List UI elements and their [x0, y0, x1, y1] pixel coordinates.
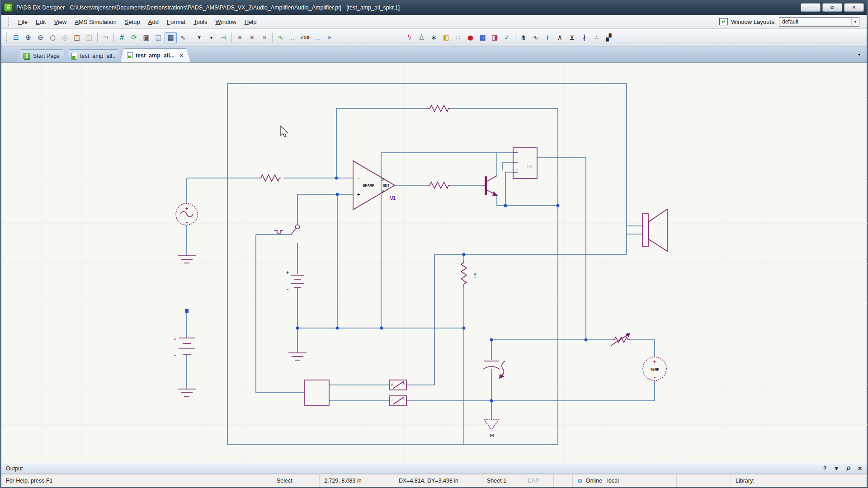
star-marker-icon[interactable]: ∗	[428, 32, 440, 43]
toolbar-separator	[97, 33, 98, 42]
toolbar-drag-handle[interactable]	[6, 33, 8, 42]
menu-view[interactable]: View	[50, 17, 71, 27]
battery-center-minus: -	[286, 286, 289, 292]
restore-button[interactable]: ⧉	[822, 3, 842, 12]
opamp-plus-pin: +	[357, 192, 360, 197]
menu-tools[interactable]: Tools	[189, 17, 211, 27]
menu-file[interactable]: File	[14, 17, 32, 27]
connector-box-label: TH1	[527, 165, 533, 169]
menu-setup[interactable]: Setup	[121, 17, 144, 27]
probe-wave-1-icon[interactable]: ≀	[542, 32, 554, 43]
add-connection-icon[interactable]: ⊣	[217, 32, 230, 43]
matrix-setup-icon[interactable]: ∷	[452, 32, 464, 43]
menu-help[interactable]: Help	[241, 17, 261, 27]
more-options-1-icon[interactable]: ‥	[287, 32, 299, 43]
window-layouts-label: Window Layouts:	[731, 19, 776, 25]
zoom-in-icon[interactable]: ⊕	[22, 32, 34, 43]
refresh-symbols-icon[interactable]: ⟳	[128, 32, 140, 43]
help-icon[interactable]: ?	[823, 465, 826, 472]
tab-test-amp-all-[interactable]: test_amp_all..	[65, 49, 122, 62]
resistor-attr-2-icon[interactable]: ℝ	[246, 32, 258, 43]
probe-current-icon[interactable]: ∿	[529, 32, 542, 43]
status-delta: DX=4.814, DY=3.498 in	[394, 474, 482, 487]
status-caps-indicator: CAP	[523, 474, 554, 487]
status-online: ⊕ Online - local	[573, 474, 677, 487]
waveform-viewer-icon[interactable]: ∿	[274, 32, 287, 43]
probe-cutter-icon[interactable]: ϟ	[403, 32, 415, 43]
package-window-icon[interactable]: ▣	[140, 32, 152, 43]
probe-wave-2-icon[interactable]: ⊼	[554, 32, 566, 43]
view-previous-icon[interactable]: ◰	[71, 32, 83, 43]
menu-edit[interactable]: Edit	[32, 17, 50, 27]
filter-dropdown-icon[interactable]: ▾	[205, 32, 217, 43]
battery-center-plus: +	[286, 270, 289, 275]
tab-list-dropdown-icon[interactable]: ▾	[858, 52, 860, 57]
main-toolbar: ⊡⊕⊖○◎◰◱¬#⟳▣◱▤⇖Y▾⊣ℝℝℝ∿‥√10‥»ϟΔ∗◧∷●▦◨✓⋔∿≀⊼…	[1, 29, 867, 47]
probe-pair-icon[interactable]: ∴	[590, 32, 603, 43]
menu-window[interactable]: Window	[211, 17, 240, 27]
dropdown-icon[interactable]: ▼	[834, 465, 839, 472]
window-title: PADS DX Designer - C:\Users\mjensen\Docu…	[16, 5, 400, 11]
diode-d-label: D	[392, 383, 394, 387]
window-layouts-value: default	[782, 19, 798, 25]
zoom-selection-icon[interactable]: ◎	[59, 32, 71, 43]
close-icon[interactable]: ✕	[858, 465, 862, 472]
tab-start-page[interactable]: 5Start Page	[17, 49, 66, 62]
chevron-down-icon[interactable]: ▼	[851, 18, 859, 26]
gain-markers-icon[interactable]: Δ	[415, 32, 428, 43]
status-bar: For Help, press F1 Select 2.729, 8.083 i…	[1, 474, 867, 487]
temp-plus-label: +	[653, 359, 656, 364]
opamp-vminus-label: V-	[382, 190, 386, 194]
title-bar: 5 PADS DX Designer - C:\Users\mjensen\Do…	[1, 0, 867, 15]
toolbar-overflow-icon[interactable]: »	[323, 32, 335, 43]
probe-multi-icon[interactable]: ▞	[603, 32, 615, 43]
close-button[interactable]: ✕	[844, 3, 864, 12]
document-icon	[71, 53, 77, 60]
pin-icon[interactable]: ⚲	[844, 465, 852, 472]
stop-process-icon[interactable]: ¬	[99, 32, 112, 43]
menu-bar: FileEditViewAMS SimulationSetupAddFormat…	[1, 15, 867, 29]
selection-filter-icon[interactable]: Y	[193, 32, 205, 43]
diode2-a-label: A	[403, 397, 405, 401]
output-panel-header[interactable]: Output ?▼⚲✕	[1, 463, 867, 474]
online-status-icon: ⊕	[577, 477, 583, 484]
menu-add[interactable]: Add	[144, 17, 163, 27]
battery-left-minus: -	[174, 352, 177, 358]
sheet-view-icon[interactable]: ◱	[152, 32, 165, 43]
menu-ams-simulation[interactable]: AMS Simulation	[71, 17, 120, 27]
schematic-canvas[interactable]: OPAMP OUT V+ V- - + U1 + - + - + - D A D…	[1, 62, 867, 463]
probe-wave-3-icon[interactable]: ⊻	[566, 32, 578, 43]
zoom-out-icon[interactable]: ⊖	[34, 32, 47, 43]
probe-voltage-icon[interactable]: ⋔	[517, 32, 529, 43]
tab-test-amp-all-[interactable]: test_amp_all...✕	[120, 48, 190, 62]
view-next-icon[interactable]: ◱	[83, 32, 95, 43]
diode2-d-label: D	[392, 399, 394, 403]
zoom-window-icon[interactable]: ○	[47, 32, 59, 43]
connector-pin2-label: 2	[516, 159, 518, 162]
menu-drag-handle[interactable]	[8, 17, 9, 26]
probe-diff-icon[interactable]: ∤	[578, 32, 590, 43]
formula-sqrt-icon[interactable]: √10	[299, 32, 311, 43]
minimize-button[interactable]: —	[801, 3, 821, 12]
connectivity-check-icon[interactable]: #	[116, 32, 128, 43]
window-layouts-dropdown[interactable]: default ▼	[779, 17, 859, 27]
app-logo-icon: 5	[4, 3, 13, 12]
output-panel-title: Output	[6, 465, 23, 472]
select-probe-icon[interactable]: ⇖	[177, 32, 189, 43]
opamp-vplus-label: V+	[382, 178, 386, 182]
resistor-attr-1-icon[interactable]: ℝ	[234, 32, 246, 43]
copy-setup-icon[interactable]: ◧	[440, 32, 452, 43]
schematic-window-icon[interactable]: ◨	[489, 32, 501, 43]
tab-close-icon[interactable]: ✕	[179, 52, 184, 59]
resistor-attr-3-icon[interactable]: ℝ	[258, 32, 270, 43]
run-check-icon[interactable]: ✓	[501, 32, 513, 43]
fit-view-icon[interactable]: ⊡	[10, 32, 22, 43]
temp-label: TEMP	[650, 367, 659, 372]
chart-window-icon[interactable]: ▦	[476, 32, 489, 43]
output-window-toggle-icon[interactable]: ▤	[165, 32, 177, 43]
stop-simulation-icon[interactable]: ●	[464, 32, 476, 43]
toolbar-separator	[515, 33, 515, 42]
schematic-drawing[interactable]: OPAMP OUT V+ V- - + U1 + - + - + - D A D…	[1, 63, 868, 463]
more-options-2-icon[interactable]: ‥	[311, 32, 323, 43]
menu-format[interactable]: Format	[163, 17, 189, 27]
